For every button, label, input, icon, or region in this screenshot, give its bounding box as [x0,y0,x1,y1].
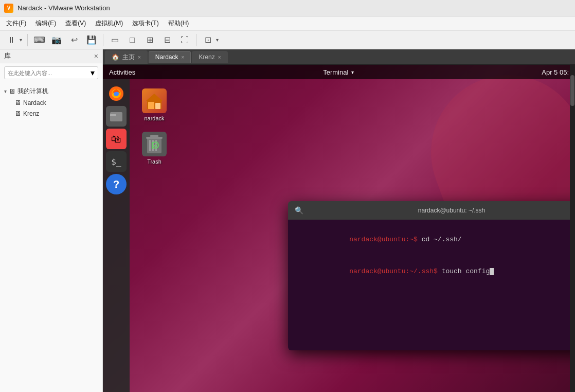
tab-nardack[interactable]: Nardack × [149,51,191,63]
svg-rect-5 [148,102,154,109]
sidebar: 库 × ▾ ▾ 🖥 我的计算机 🖥 Nardack 🖥 Krenz [0,49,103,392]
title-bar: V Nardack - VMware Workstation [0,0,575,16]
svg-rect-6 [155,103,160,109]
dock-firefox-icon[interactable] [106,83,127,104]
dock-files-icon[interactable] [106,106,127,127]
menu-help[interactable]: 帮助(H) [164,18,193,29]
pause-button-group[interactable]: ⏸ ▾ [4,33,23,47]
sidebar-tree: ▾ 🖥 我的计算机 🖥 Nardack 🖥 Krenz [0,82,102,392]
menu-view[interactable]: 查看(V) [61,18,90,29]
tab-nardack-label: Nardack [155,54,178,61]
trash-folder-image [142,132,167,156]
view1-button[interactable]: ▭ [107,33,122,47]
home-icon-label: nardack [144,115,164,121]
terminal-cmd-2: touch config [438,268,490,275]
nardack-vm-icon: 🖥 [14,99,21,106]
svg-rect-12 [150,135,158,137]
revert-button[interactable]: ↩ [67,33,81,47]
app-title: Nardack - VMware Workstation [17,4,571,12]
terminal-search-button[interactable]: 🔍 [292,204,306,217]
snapshot-button[interactable]: 📷 [49,33,64,47]
terminal-line-1: nardack@ubuntu:~$ cd ~/.ssh/ [293,224,575,256]
sidebar-my-computer-label: 我的计算机 [17,87,48,96]
ubuntu-terminal-dropdown-icon: ▾ [351,69,354,75]
sidebar-my-computer[interactable]: ▾ 🖥 我的计算机 [0,85,102,97]
terminal-titlebar: 🔍 nardack@ubuntu: ~/.ssh ≡ − □ × [288,201,575,220]
terminal-path-2: ~/.ssh$ [409,268,438,275]
tab-krenz-close[interactable]: × [218,55,221,60]
terminal-user-2: nardack@ubuntu: [349,268,409,275]
view4-button[interactable]: ⊟ [160,33,174,47]
pause-arrow[interactable]: ▾ [19,36,23,44]
dock-appstore-icon[interactable]: 🛍 [106,129,127,149]
terminal-title: nardack@ubuntu: ~/.ssh [306,207,575,214]
ubuntu-terminal-menu[interactable]: Terminal ▾ [323,68,354,76]
toolbar-separator-3 [196,34,196,46]
view2-button[interactable]: □ [125,33,139,47]
pause-button[interactable]: ⏸ [4,33,19,47]
dock-terminal-icon[interactable]: $_ [106,151,127,172]
suspend-button[interactable]: 💾 [84,33,99,47]
menu-edit[interactable]: 编辑(E) [31,18,60,29]
menu-tabs[interactable]: 选项卡(T) [128,18,163,29]
terminal-window: 🔍 nardack@ubuntu: ~/.ssh ≡ − □ × nardack… [288,201,575,350]
tab-home-label: 主页 [122,53,135,62]
svg-rect-4 [110,114,116,116]
vm-scrollbar[interactable] [570,65,575,392]
tab-nardack-close[interactable]: × [182,55,185,60]
tab-home[interactable]: 🏠 主页 × [105,50,148,64]
ubuntu-activities-button[interactable]: Activities [109,68,135,76]
sidebar-search-dropdown-icon[interactable]: ▾ [91,68,95,78]
main-area: 库 × ▾ ▾ 🖥 我的计算机 🖥 Nardack 🖥 Krenz [0,49,575,392]
view3-button[interactable]: ⊞ [142,33,157,47]
menu-file[interactable]: 文件(F) [2,18,30,29]
terminal-cmd-1: cd ~/.ssh/ [418,236,462,243]
ubuntu-dock: 🛍 $_ ? [103,79,130,392]
krenz-vm-icon: 🖥 [14,110,21,117]
sidebar-search-input[interactable] [8,70,91,76]
sidebar-krenz-label: Krenz [23,110,39,117]
tab-bar: 🏠 主页 × Nardack × Krenz × [103,49,575,65]
vm-area: 🏠 主页 × Nardack × Krenz × Activities [103,49,575,392]
computer-icon: 🖥 [9,87,15,95]
tab-krenz-label: Krenz [199,54,214,61]
sidebar-my-computer-section: ▾ 🖥 我的计算机 🖥 Nardack 🖥 Krenz [0,84,102,120]
menu-bar: 文件(F) 编辑(E) 查看(V) 虚拟机(M) 选项卡(T) 帮助(H) [0,16,575,31]
trash-icon-label: Trash [147,158,161,165]
toolbar-separator-2 [103,34,103,46]
terminal-left-buttons: 🔍 [292,204,306,217]
sidebar-title: 库 [4,51,11,61]
ubuntu-desktop: Activities Terminal ▾ Apr 5 05: [103,65,575,392]
svg-rect-3 [110,112,122,121]
sidebar-nardack-label: Nardack [23,99,46,106]
terminal-cursor [490,268,494,275]
sidebar-header: 库 × [0,49,102,63]
svg-rect-8 [149,140,151,151]
tab-krenz[interactable]: Krenz × [192,51,227,63]
menu-vm[interactable]: 虚拟机(M) [91,18,127,29]
send-ctrlaltdel-button[interactable]: ⌨ [32,33,46,47]
sidebar-item-krenz[interactable]: 🖥 Krenz [0,108,102,119]
vm-scrollbar-thumb[interactable] [570,75,574,106]
home-tab-icon: 🏠 [112,54,119,61]
terminal-user-1: nardack@ubuntu: [349,236,409,243]
vm-screen[interactable]: Activities Terminal ▾ Apr 5 05: [103,65,575,392]
sidebar-item-nardack[interactable]: 🖥 Nardack [0,97,102,108]
desktop-home-icon[interactable]: nardack [134,85,175,124]
home-folder-image [142,88,167,113]
toolbar-separator-1 [27,34,28,46]
unity-button-group[interactable]: ⊡ ▾ [201,33,220,47]
sidebar-close-button[interactable]: × [94,52,98,60]
unity-arrow[interactable]: ▾ [215,36,220,44]
unity-button[interactable]: ⊡ [201,33,215,47]
terminal-line-2: nardack@ubuntu:~/.ssh$ touch config [293,256,575,288]
terminal-path-1: ~$ [409,236,418,243]
fullscreen-button[interactable]: ⛶ [177,33,192,47]
sidebar-search[interactable]: ▾ [4,66,98,79]
dock-help-icon[interactable]: ? [106,174,127,194]
ubuntu-terminal-label: Terminal [323,68,348,76]
desktop-trash-icon[interactable]: Trash [134,129,175,168]
terminal-body[interactable]: nardack@ubuntu:~$ cd ~/.ssh/ nardack@ubu… [288,220,575,350]
tab-home-close[interactable]: × [138,55,141,60]
toolbar: ⏸ ▾ ⌨ 📷 ↩ 💾 ▭ □ ⊞ ⊟ ⛶ ⊡ ▾ [0,31,575,49]
